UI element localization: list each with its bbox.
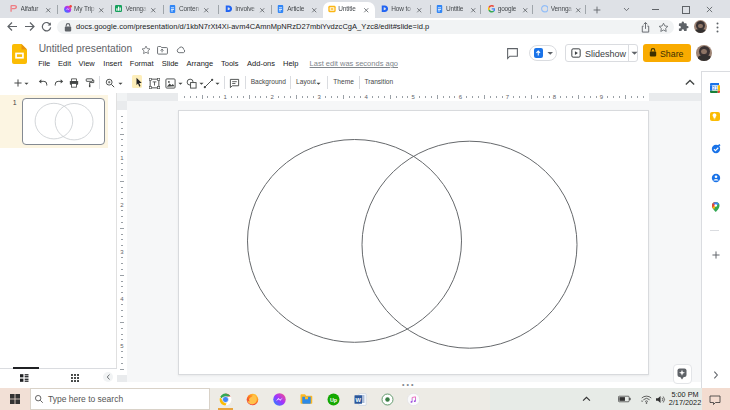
- svg-text:31: 31: [712, 86, 718, 91]
- svg-text:W: W: [356, 396, 362, 402]
- svg-text:Up: Up: [330, 396, 338, 402]
